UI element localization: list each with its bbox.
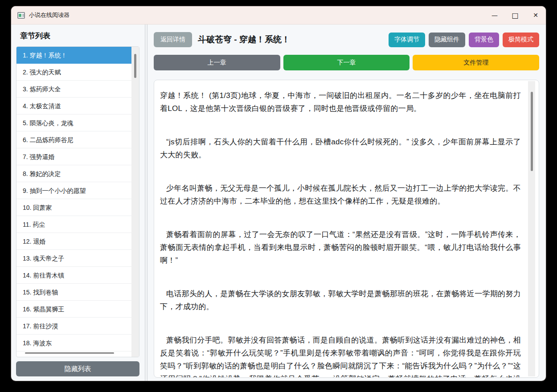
chapter-item[interactable]: 10. 回萧家 <box>16 199 131 216</box>
chapter-item[interactable]: 5. 陨落心炎，龙魂 <box>16 114 131 131</box>
reading-title: 斗破苍穹 - 穿越！系统！ <box>198 34 290 45</box>
file-manager-button[interactable]: 文件管理 <box>413 55 539 70</box>
chapter-item[interactable]: 16. 紫晶翼狮王 <box>16 301 131 318</box>
chapter-item[interactable]: 9. 抽到一个小小的愿望 <box>16 182 131 199</box>
chapter-item[interactable]: 2. 强大的天赋 <box>16 64 131 81</box>
chapter-list-hscrollbar[interactable] <box>16 352 131 354</box>
chapter-list-vscroll-thumb[interactable] <box>134 54 136 78</box>
chapter-nav-row: 上一章 下一章 文件管理 <box>154 55 539 70</box>
maximize-button[interactable]: □ <box>505 6 525 24</box>
novel-paragraph: 少年名叫萧畅，无父无母是一个孤儿，小时候在孤儿院长大，然后又一边打工一边上学的把… <box>160 182 521 208</box>
chapter-item[interactable]: 18. 海波东 <box>16 335 131 351</box>
novel-paragraph: “js切后排啊，石头人你的大留着干什么用，卧槽adc你什么时候死的。” 没多久，… <box>160 135 521 161</box>
reader-toolbar: 返回详情 斗破苍穹 - 穿越！系统！ 字体调节 隐藏组件 背景色 极简模式 <box>154 32 539 47</box>
main-panel: 返回详情 斗破苍穹 - 穿越！系统！ 字体调节 隐藏组件 背景色 极简模式 上一… <box>147 24 546 381</box>
chapter-item[interactable]: 15. 找到卷轴 <box>16 284 131 301</box>
novel-paragraph: 萧畅看着面前的屏幕，过了一会无奈的叹了一口气道：“果然还是没有晋级。”这时，一阵… <box>160 228 521 267</box>
minimize-button[interactable]: — <box>484 6 505 24</box>
chapter-item[interactable]: 4. 太极玄清道 <box>16 98 131 114</box>
chapter-list[interactable]: 1. 穿越！系统！2. 强大的天赋3. 炼药师大全4. 太极玄清道5. 陨落心炎… <box>16 46 139 357</box>
chapter-list-header: 章节列表 <box>20 31 139 41</box>
chapter-item[interactable]: 1. 穿越！系统！ <box>16 47 131 64</box>
close-button[interactable]: ✕ <box>525 6 546 24</box>
chapter-item[interactable]: 3. 炼药师大全 <box>16 81 131 98</box>
chapter-item[interactable]: 8. 雅妃的决定 <box>16 165 131 182</box>
chapter-items: 1. 穿越！系统！2. 强大的天赋3. 炼药师大全4. 太极玄清道5. 陨落心炎… <box>16 47 139 351</box>
chapter-list-vscrollbar[interactable] <box>131 47 139 357</box>
novel-paragraph: 萧畅我们分手吧。郭敏并没有回答萧畅话，而是自顾自的说道。萧畅听到这话并没有漏出难… <box>160 334 521 378</box>
prev-chapter-button[interactable]: 上一章 <box>154 55 280 70</box>
content-vscroll-thumb[interactable] <box>531 92 533 171</box>
screen: 小说在线阅读器 — □ ✕ 章节列表 1. 穿越！系统！2. 强大的天赋3. 炼… <box>0 0 557 392</box>
app-body: 章节列表 1. 穿越！系统！2. 强大的天赋3. 炼药师大全4. 太极玄清道5.… <box>11 24 546 381</box>
reader-content[interactable]: 穿越！系统！ (第1/3页)地球，华夏，中海市，一间破旧的出租屋内。一名二十多岁… <box>154 80 539 378</box>
window-title: 小说在线阅读器 <box>29 11 70 19</box>
chapter-item[interactable]: 7. 强势逼婚 <box>16 148 131 165</box>
novel-paragraph: 电话那头的人，是萧畅在大学谈的女朋友郭敏，郭敏大学时是萧畅那班的班花，在萧畅将近… <box>160 287 521 313</box>
chapter-item[interactable]: 6. 二品炼药师谷尼 <box>16 131 131 148</box>
sidebar: 章节列表 1. 穿越！系统！2. 强大的天赋3. 炼药师大全4. 太极玄清道5.… <box>11 24 145 381</box>
window-controls: — □ ✕ <box>484 6 546 24</box>
chapter-item[interactable]: 17. 前往沙漠 <box>16 318 131 335</box>
content-vscrollbar[interactable] <box>528 81 535 376</box>
minimal-mode-button[interactable]: 极简模式 <box>503 33 539 47</box>
background-color-button[interactable]: 背景色 <box>469 33 499 47</box>
chapter-list-hscroll-thumb[interactable] <box>25 352 114 354</box>
app-window: 小说在线阅读器 — □ ✕ 章节列表 1. 穿越！系统！2. 强大的天赋3. 炼… <box>11 6 546 381</box>
chapter-item[interactable]: 11. 药尘 <box>16 216 131 233</box>
novel-paragraph: 穿越！系统！ (第1/3页)地球，华夏，中海市，一间破旧的出租屋内。一名二十多岁… <box>160 89 521 115</box>
back-to-details-button[interactable]: 返回详情 <box>154 32 192 47</box>
chapter-item[interactable]: 14. 前往青木镇 <box>16 267 131 284</box>
hide-list-button[interactable]: 隐藏列表 <box>16 361 139 376</box>
novel-text: 穿越！系统！ (第1/3页)地球，华夏，中海市，一间破旧的出租屋内。一名二十多岁… <box>160 89 521 378</box>
app-icon <box>17 12 25 19</box>
chapter-item[interactable]: 12. 退婚 <box>16 233 131 250</box>
hide-widgets-button[interactable]: 隐藏组件 <box>429 33 465 47</box>
chapter-item[interactable]: 13. 魂天帝之子 <box>16 250 131 267</box>
next-chapter-button[interactable]: 下一章 <box>283 55 410 70</box>
font-adjust-button[interactable]: 字体调节 <box>389 33 425 47</box>
window-titlebar: 小说在线阅读器 — □ ✕ <box>11 6 546 24</box>
